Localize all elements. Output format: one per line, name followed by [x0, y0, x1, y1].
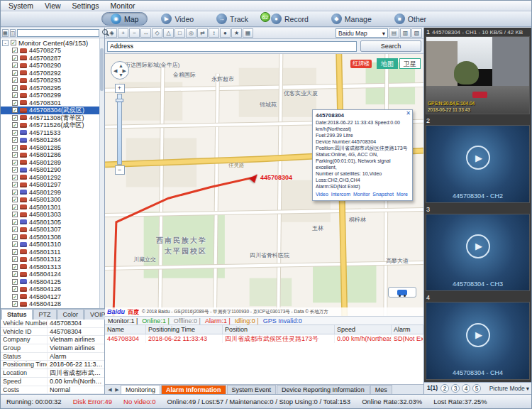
menu-item[interactable]: Monitor: [105, 1, 141, 11]
device-checkbox[interactable]: ✓: [12, 167, 18, 173]
popup-link[interactable]: Snapshot: [372, 191, 394, 197]
menu-item[interactable]: System: [3, 1, 39, 11]
map-tool-icon[interactable]: □: [174, 28, 185, 38]
device-checkbox[interactable]: ✓: [12, 227, 18, 232]
map-type-button[interactable]: 卫星: [399, 58, 421, 69]
device-checkbox[interactable]: ✓: [12, 55, 18, 61]
device-row[interactable]: ✓ 445801313: [1, 263, 104, 271]
device-checkbox[interactable]: ✓: [12, 137, 18, 143]
address-input[interactable]: [107, 41, 357, 52]
device-row[interactable]: ✓ 445801286: [1, 151, 104, 159]
popup-link[interactable]: Intercom: [331, 191, 350, 197]
device-checkbox[interactable]: ✓: [12, 234, 18, 240]
video-placeholder[interactable]: ▶ 445708304 - CH4: [426, 302, 530, 380]
map-tool-icon[interactable]: ⇄: [197, 28, 208, 38]
device-checkbox[interactable]: ✓: [12, 175, 18, 180]
video-placeholder[interactable]: ▶ 445708304 - CH3: [426, 214, 530, 292]
device-row[interactable]: ✓ 445711526(成华区): [1, 121, 104, 129]
device-row[interactable]: ✓ 445801305: [1, 219, 104, 227]
device-checkbox[interactable]: ✓: [12, 92, 18, 98]
device-checkbox[interactable]: ✓: [12, 115, 18, 121]
map-tool-icon[interactable]: ★: [231, 28, 242, 38]
map-extra-icon[interactable]: ▧: [411, 28, 422, 38]
properties-tab[interactable]: Status: [1, 309, 33, 320]
device-search-input[interactable]: [17, 29, 99, 37]
play-icon[interactable]: ▶: [466, 234, 490, 258]
pan-right-icon[interactable]: ▶: [123, 68, 126, 73]
map-tool-icon[interactable]: +: [118, 28, 128, 38]
device-row[interactable]: ✓ 445801284: [1, 136, 104, 144]
map-tool-icon[interactable]: ↕: [209, 28, 219, 38]
search-icon[interactable]: [101, 28, 103, 37]
properties-tab[interactable]: Color: [57, 309, 84, 320]
menu-item[interactable]: View: [39, 1, 67, 11]
device-checkbox[interactable]: ✓: [12, 48, 18, 53]
device-row[interactable]: ✓ 445801300: [1, 196, 104, 204]
device-checkbox[interactable]: ✓: [12, 130, 18, 136]
device-row[interactable]: ✓ 445801299: [1, 189, 104, 197]
device-row[interactable]: ✓ 445801312: [1, 256, 104, 263]
device-checkbox[interactable]: ✓: [12, 256, 18, 262]
tree-scroll-thumb[interactable]: [100, 48, 104, 91]
map-pan-control[interactable]: ▲ ▼ ◀ ▶: [111, 61, 129, 80]
device-row[interactable]: ✓ 445801301: [1, 204, 104, 212]
tree-scrollbar[interactable]: [99, 38, 104, 308]
page-button[interactable]: 4: [462, 384, 470, 393]
device-checkbox[interactable]: ✓: [12, 77, 18, 83]
device-row[interactable]: ✓ 445711533: [1, 129, 104, 137]
map-tool-icon[interactable]: △: [163, 28, 174, 38]
device-checkbox[interactable]: ✓: [12, 122, 18, 128]
device-row[interactable]: ✓ 445708293: [1, 77, 104, 84]
page-button[interactable]: 5: [472, 384, 481, 393]
map-provider-select[interactable]: Baidu Map ▾: [336, 28, 388, 38]
device-row[interactable]: ✓ 445801310: [1, 241, 104, 249]
device-row[interactable]: ✓ 445801311: [1, 249, 104, 256]
toolbar-button[interactable]: → Track: [207, 12, 257, 26]
device-checkbox[interactable]: ✓: [12, 249, 18, 255]
search-button[interactable]: Search: [360, 40, 421, 52]
device-checkbox[interactable]: ✓: [12, 182, 18, 187]
monitor-tab[interactable]: Device Reporting Information: [277, 385, 370, 395]
camera-view[interactable]: GPS:N:30.64,E:104.04 2018-06-22 11:33:43: [426, 36, 530, 114]
pan-left-icon[interactable]: ◀: [113, 68, 117, 73]
device-row[interactable]: ✓ 445708287: [1, 55, 104, 62]
map-extra-icon[interactable]: ▥: [400, 28, 411, 38]
map-type-button[interactable]: 地图: [377, 58, 398, 69]
map-canvas[interactable]: 万达国际影城(金牛店)金粮国际永辉超市红牌楼优客实业大厦锦城苑佳灵路人民南路倪家…: [105, 54, 423, 316]
device-row[interactable]: ✓ 445708275: [1, 47, 104, 55]
toolbar-button[interactable]: ◉ Map: [101, 12, 148, 26]
refresh-tree-icon[interactable]: ◫: [10, 29, 16, 37]
device-row[interactable]: ✓ 445801303: [1, 211, 104, 219]
device-checkbox[interactable]: ✓: [12, 219, 18, 225]
vehicle-marker[interactable]: 445708304: [251, 173, 292, 182]
popup-link[interactable]: Video: [316, 191, 328, 197]
monitor-tab[interactable]: Alarm Information: [161, 385, 226, 395]
device-checkbox[interactable]: ✓: [12, 241, 18, 247]
zoom-out-button[interactable]: −: [115, 165, 125, 175]
device-checkbox[interactable]: ✓: [12, 264, 18, 270]
map-extra-icon[interactable]: ▤: [389, 28, 399, 38]
toolbar-button[interactable]: ■ Other: [385, 12, 436, 26]
expand-all-icon[interactable]: ▦: [2, 29, 9, 37]
toolbar-button[interactable]: ▶ Video: [152, 12, 203, 26]
map-tool-icon[interactable]: ◇: [152, 28, 162, 38]
picture-mode-select[interactable]: Picture Mode ▾: [489, 385, 529, 392]
pan-up-icon[interactable]: ▲: [118, 63, 123, 68]
device-row[interactable]: ✓ 445801307: [1, 226, 104, 234]
menu-item[interactable]: Settings: [67, 1, 105, 11]
monitor-tab[interactable]: Mes: [370, 385, 392, 395]
device-row[interactable]: ✓ 445801297: [1, 181, 104, 189]
pan-down-icon[interactable]: ▼: [118, 72, 123, 77]
monitor-tab[interactable]: System Event: [227, 385, 277, 395]
device-row[interactable]: ✓ 445801285: [1, 144, 104, 152]
device-checkbox[interactable]: ✓: [12, 70, 18, 76]
device-row[interactable]: ✓ 445804126: [1, 285, 104, 293]
device-checkbox[interactable]: ✓: [12, 204, 18, 210]
monitor-tab[interactable]: Monitoring: [121, 385, 160, 395]
device-row[interactable]: ✓ 445804125: [1, 278, 104, 286]
popup-link[interactable]: Monitor: [353, 191, 370, 197]
device-checkbox[interactable]: ✓: [12, 197, 18, 202]
tree-root[interactable]: - ✓ Monitor Center(49/153): [1, 38, 104, 47]
zoom-track[interactable]: [117, 94, 122, 165]
device-row[interactable]: ✓ 445708295: [1, 84, 104, 92]
